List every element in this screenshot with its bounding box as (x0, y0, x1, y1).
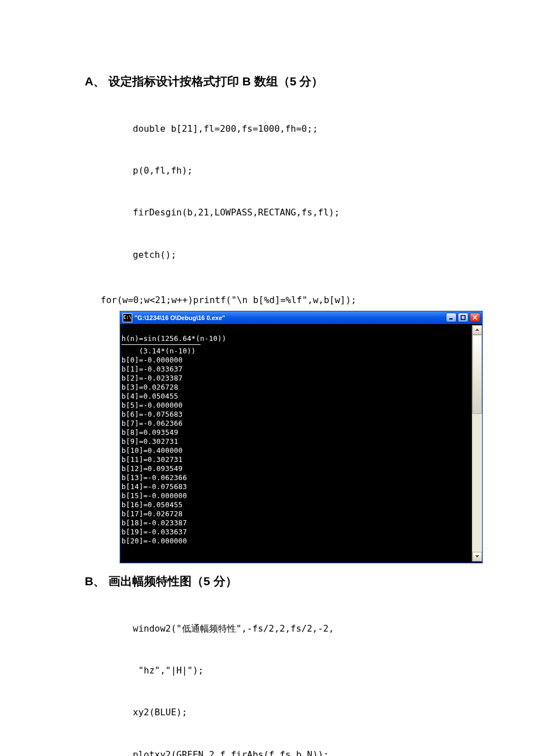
cmd-icon: C:\ (123, 313, 132, 322)
console-titlebar[interactable]: C:\ "G:\1234\16 O\Debug\16 0.exe" (120, 312, 482, 324)
console-line: b[11]=0.302731 (121, 455, 183, 464)
console-line: b[17]=0.026728 (121, 509, 183, 518)
section-b-code-1: window2("低通幅频特性",-fs/2,2,fs/2,-2, "hz","… (85, 594, 500, 756)
console-line: b[2]=-0.023387 (121, 374, 183, 382)
console-line: b[20]=-0.000000 (121, 537, 187, 545)
console-line: b[4]=0.050455 (121, 392, 178, 400)
chevron-down-icon (475, 555, 479, 558)
code-line: getch(); (133, 248, 500, 262)
document-page: A、 设定指标设计按格式打印 B 数组（5 分） double b[21],fl… (0, 0, 534, 756)
maximize-button[interactable] (458, 313, 468, 322)
console-window: C:\ "G:\1234\16 O\Debug\16 0.exe" h(n)=s… (120, 311, 483, 563)
section-a-code-tail: for(w=0;w<21;w++)printf("\n b[%d]=%lf",w… (85, 293, 500, 308)
scroll-up-button[interactable] (472, 325, 482, 335)
console-line: b[6]=-0.075683 (121, 410, 183, 418)
console-line: b[9]=0.302731 (121, 437, 178, 446)
scroll-down-button[interactable] (472, 552, 482, 561)
close-button[interactable] (470, 313, 480, 322)
console-output: h(n)=sin(1256.64*(n-10)) (3.14*(n-10)) b… (121, 325, 472, 561)
vertical-scrollbar[interactable] (472, 325, 482, 561)
chevron-up-icon (475, 329, 479, 331)
console-line: b[8]=0.093549 (121, 428, 178, 437)
console-line: b[12]=0.093549 (121, 464, 183, 473)
code-line: plotxy2(GREEN,2,f,firAbs(f,fs,b,N)); (133, 748, 500, 756)
console-line: b[14]=-0.075683 (121, 482, 187, 491)
console-line: b[13]=-0.062366 (121, 473, 187, 482)
console-title-text: "G:\1234\16 O\Debug\16 0.exe" (134, 314, 446, 321)
minimize-icon (449, 315, 454, 320)
console-line: b[15]=-0.000000 (121, 491, 187, 500)
console-line: b[5]=-0.000000 (121, 401, 183, 409)
code-line: window2("低通幅频特性",-fs/2,2,fs/2,-2, (133, 622, 500, 636)
section-a-code: double b[21],fl=200,fs=1000,fh=0;; p(0,f… (85, 94, 500, 290)
minimize-button[interactable] (446, 313, 457, 322)
code-line: xy2(BLUE); (133, 706, 500, 720)
close-icon (472, 315, 477, 320)
divider-line (121, 344, 201, 345)
console-line: b[16]=0.050455 (121, 500, 183, 509)
svg-rect-0 (449, 318, 453, 319)
console-line: b[18]=-0.023387 (121, 519, 187, 527)
console-line: b[7]=-0.062366 (121, 419, 183, 427)
window-buttons (446, 313, 480, 322)
code-line: "hz","|H|"); (133, 664, 500, 678)
console-line: b[19]=-0.033637 (121, 528, 187, 536)
console-line: (3.14*(n-10)) (121, 347, 196, 355)
maximize-icon (461, 315, 466, 320)
code-line: p(0,fl,fh); (133, 164, 500, 178)
section-a-heading: A、 设定指标设计按格式打印 B 数组（5 分） (85, 74, 500, 89)
console-body: h(n)=sin(1256.64*(n-10)) (3.14*(n-10)) b… (120, 324, 482, 563)
section-b-heading: B、 画出幅频特性图（5 分） (85, 573, 500, 589)
console-line: b[10]=0.400000 (121, 446, 183, 455)
console-line: b[3]=0.026728 (121, 383, 178, 391)
console-line: b[1]=-0.033637 (121, 365, 183, 373)
console-line: b[0]=-0.000000 (121, 356, 183, 364)
scroll-track[interactable] (472, 414, 482, 552)
code-line: firDesgin(b,21,LOWPASS,RECTANG,fs,fl); (133, 206, 500, 220)
scroll-thumb[interactable] (472, 335, 482, 414)
console-line: h(n)=sin(1256.64*(n-10)) (121, 334, 226, 343)
svg-rect-1 (461, 316, 465, 319)
code-line: double b[21],fl=200,fs=1000,fh=0;; (133, 122, 500, 136)
